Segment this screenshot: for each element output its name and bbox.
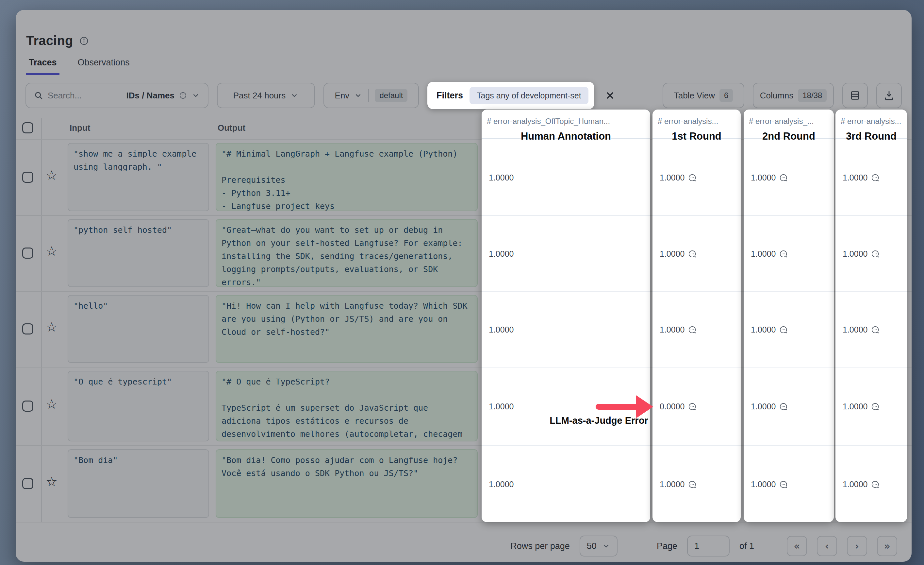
output-cell[interactable]: "# Minimal LangGraph + Langfuse example … bbox=[216, 143, 478, 211]
first-page-button[interactable]: « bbox=[787, 536, 807, 556]
score-value: 1.0000 bbox=[751, 248, 788, 260]
column-header-input[interactable]: Input bbox=[70, 123, 90, 133]
score-value: 1.0000 bbox=[843, 324, 880, 335]
row-checkbox[interactable] bbox=[22, 401, 33, 412]
comment-icon[interactable] bbox=[688, 325, 697, 334]
score-column-header[interactable]: # error-analysis... bbox=[841, 117, 904, 126]
rows-per-page-select[interactable]: 50 bbox=[580, 536, 618, 556]
score-value: 1.0000 bbox=[660, 478, 697, 490]
comment-icon[interactable] bbox=[688, 249, 697, 258]
export-button[interactable] bbox=[876, 83, 902, 108]
filters-button[interactable]: Filters Tags any of development-set bbox=[428, 82, 594, 109]
bookmark-star-icon[interactable]: ☆ bbox=[46, 245, 57, 258]
table-view-button[interactable]: Table View 6 bbox=[663, 83, 744, 108]
search-mode-label[interactable]: IDs / Names bbox=[126, 90, 174, 101]
row-checkbox[interactable] bbox=[22, 172, 33, 183]
output-cell[interactable]: "Bom dia! Como posso ajudar com o Langfu… bbox=[216, 449, 478, 518]
bookmark-star-icon[interactable]: ☆ bbox=[46, 169, 57, 182]
annotation-label: LLM-as-a-Judge Error bbox=[529, 415, 669, 426]
score-column-header[interactable]: # error-analysis_OffTopic_Human... bbox=[487, 117, 648, 126]
clear-filter-button[interactable] bbox=[603, 88, 617, 103]
comment-icon[interactable] bbox=[688, 480, 697, 489]
tab-bar: Traces Observations bbox=[26, 56, 132, 75]
search-input[interactable]: Search... IDs / Names bbox=[26, 83, 208, 108]
input-cell[interactable]: "show me a simple example using langgrap… bbox=[68, 143, 209, 211]
filters-label: Filters bbox=[436, 90, 463, 101]
output-cell[interactable]: "Great—what do you want to set up or deb… bbox=[216, 219, 478, 287]
input-cell[interactable]: "hello" bbox=[68, 295, 209, 363]
comment-icon[interactable] bbox=[779, 480, 788, 489]
score-column-header[interactable]: # error-analysis... bbox=[658, 117, 738, 126]
table-view-label: Table View bbox=[674, 90, 715, 101]
columns-count-badge: 18/38 bbox=[798, 89, 826, 102]
comment-icon[interactable] bbox=[871, 249, 880, 258]
rows-per-page-value: 50 bbox=[587, 541, 597, 551]
input-cell[interactable]: "O que é typescript" bbox=[68, 371, 209, 442]
prev-page-button[interactable]: ‹ bbox=[817, 536, 837, 556]
score-column-annotation: 3rd Round bbox=[836, 131, 907, 142]
tracing-panel: Tracing Traces Observations Search... ID… bbox=[16, 10, 912, 562]
info-icon[interactable] bbox=[79, 36, 89, 46]
tab-observations[interactable]: Observations bbox=[75, 56, 132, 75]
score-value: 1.0000 bbox=[843, 478, 880, 490]
env-select[interactable]: Env default bbox=[324, 83, 419, 108]
score-value: 1.0000 bbox=[489, 248, 514, 260]
score-column-annotation: 2nd Round bbox=[744, 131, 834, 142]
last-page-button[interactable]: » bbox=[877, 536, 897, 556]
time-range-select[interactable]: Past 24 hours bbox=[217, 83, 315, 108]
score-column-human-annotation: # error-analysis_OffTopic_Human... Human… bbox=[482, 110, 650, 522]
input-cell[interactable]: "Bom dia" bbox=[68, 449, 209, 518]
input-cell[interactable]: "python self hosted" bbox=[68, 219, 209, 287]
comment-icon[interactable] bbox=[779, 249, 788, 258]
filter-chip[interactable]: Tags any of development-set bbox=[470, 87, 588, 104]
score-value: 1.0000 bbox=[751, 324, 788, 335]
score-value: 1.0000 bbox=[489, 172, 514, 183]
score-value: 1.0000 bbox=[660, 324, 697, 335]
page-number-input[interactable]: 1 bbox=[687, 536, 730, 556]
score-value: 1.0000 bbox=[489, 478, 514, 490]
page-number-value: 1 bbox=[694, 541, 699, 551]
env-label: Env bbox=[335, 90, 350, 101]
score-column-header[interactable]: # error-analysis_... bbox=[749, 117, 831, 126]
score-column-2nd-round: # error-analysis_... 2nd Round 1.0000 1.… bbox=[744, 110, 834, 522]
row-checkbox[interactable] bbox=[22, 248, 33, 258]
row-checkbox[interactable] bbox=[22, 478, 33, 489]
rows-per-page-label: Rows per page bbox=[510, 541, 570, 551]
bookmark-star-icon[interactable]: ☆ bbox=[46, 320, 57, 334]
comment-icon[interactable] bbox=[871, 173, 880, 182]
comment-icon[interactable] bbox=[871, 480, 880, 489]
comment-icon[interactable] bbox=[688, 402, 697, 411]
comment-icon[interactable] bbox=[871, 325, 880, 334]
chevron-down-icon bbox=[192, 91, 200, 100]
columns-label: Columns bbox=[760, 90, 794, 101]
comment-icon[interactable] bbox=[688, 173, 697, 182]
time-range-value: Past 24 hours bbox=[233, 90, 286, 101]
row-checkbox[interactable] bbox=[22, 323, 33, 335]
output-cell[interactable]: "Hi! How can I help with Langfuse today?… bbox=[216, 295, 478, 363]
tab-traces[interactable]: Traces bbox=[26, 56, 60, 75]
chevron-down-icon bbox=[290, 91, 298, 100]
columns-button[interactable]: Columns 18/38 bbox=[753, 83, 834, 108]
search-icon bbox=[34, 91, 43, 100]
output-cell[interactable]: "# O que é TypeScript? TypeScript é um s… bbox=[216, 371, 478, 442]
comment-icon[interactable] bbox=[779, 402, 788, 411]
table-view-count-badge: 6 bbox=[720, 89, 733, 102]
row-height-button[interactable] bbox=[842, 83, 868, 108]
toolbar-right: Table View 6 Columns 18/38 bbox=[663, 83, 902, 108]
score-value: 1.0000 bbox=[751, 172, 788, 183]
rows-icon bbox=[849, 90, 861, 101]
comment-icon[interactable] bbox=[779, 325, 788, 334]
bookmark-star-icon[interactable]: ☆ bbox=[46, 398, 57, 411]
bookmark-star-icon[interactable]: ☆ bbox=[46, 475, 57, 488]
comment-icon[interactable] bbox=[871, 402, 880, 411]
column-header-output[interactable]: Output bbox=[218, 123, 245, 133]
select-all-checkbox[interactable] bbox=[22, 122, 33, 134]
chevron-down-icon bbox=[602, 542, 610, 550]
download-icon bbox=[884, 90, 895, 101]
search-placeholder: Search... bbox=[48, 90, 82, 101]
next-page-button[interactable]: › bbox=[847, 536, 867, 556]
info-icon bbox=[179, 92, 187, 99]
score-value: 1.0000 bbox=[660, 248, 697, 260]
score-value: 1.0000 bbox=[843, 248, 880, 260]
comment-icon[interactable] bbox=[779, 173, 788, 182]
